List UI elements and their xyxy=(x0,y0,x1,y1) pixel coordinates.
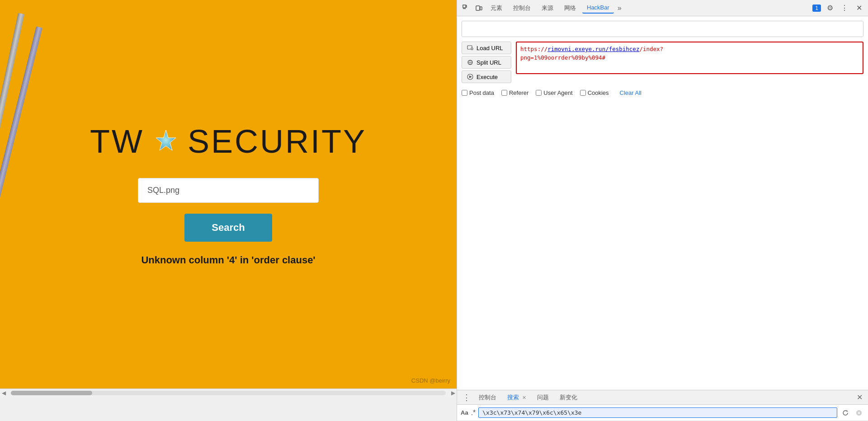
hackbar-buttons: Load URL Split URL Execute xyxy=(462,42,511,83)
post-data-input[interactable] xyxy=(462,90,467,96)
svg-rect-4 xyxy=(476,6,480,10)
search-bar: Aa .* xyxy=(457,405,868,421)
tab-sources[interactable]: 来源 xyxy=(537,2,558,14)
devtools-panel: 元素 控制台 来源 网络 HackBar » 1 ⚙ ⋮ ✕ xyxy=(457,0,868,421)
post-data-label: Post data xyxy=(469,89,494,96)
url-https-prefix: https:// xyxy=(520,46,547,52)
user-agent-input[interactable] xyxy=(536,90,542,96)
search-bar-input[interactable] xyxy=(478,407,837,418)
post-data-checkbox[interactable]: Post data xyxy=(462,89,494,96)
svg-marker-14 xyxy=(847,410,848,412)
hackbar-top-input[interactable] xyxy=(462,21,863,37)
tab-changes-bottom[interactable]: 新变化 xyxy=(555,392,582,403)
devtools-tabbar: 元素 控制台 来源 网络 HackBar » 1 ⚙ ⋮ ✕ xyxy=(457,0,868,16)
close-console-icon[interactable]: ✕ xyxy=(855,393,864,402)
execute-button[interactable]: Execute xyxy=(462,70,511,83)
aa-label: Aa xyxy=(461,409,468,416)
tab-issues-bottom[interactable]: 问题 xyxy=(533,392,553,403)
more-tabs-icon[interactable]: » xyxy=(616,4,623,12)
url-host: rimovni.exeye.run/fesbihcez xyxy=(547,46,639,52)
device-icon[interactable] xyxy=(473,3,484,14)
menu-icon[interactable]: ⋮ xyxy=(839,3,850,14)
referer-checkbox[interactable]: Referer xyxy=(501,89,528,96)
clear-all-link[interactable]: Clear All xyxy=(620,89,642,96)
regex-toggle[interactable]: .* xyxy=(471,409,476,417)
scroll-right-arrow[interactable]: ▶ xyxy=(449,390,457,396)
load-url-label: Load URL xyxy=(476,45,503,51)
hackbar-main-row: Load URL Split URL Execute xyxy=(462,42,863,83)
url-textarea[interactable]: https://rimovni.exeye.run/fesbihcez/inde… xyxy=(516,42,863,74)
site-title: TW SECURITY xyxy=(90,123,367,160)
checkboxes-row: Post data Referer User Agent Cookies Cle… xyxy=(462,87,863,99)
star-icon xyxy=(152,128,179,155)
url-path: /index? xyxy=(639,46,663,52)
refresh-search-icon[interactable] xyxy=(840,407,851,418)
user-agent-checkbox[interactable]: User Agent xyxy=(536,89,572,96)
inspect-icon[interactable] xyxy=(461,3,472,14)
scroll-left-arrow[interactable]: ◀ xyxy=(0,390,7,396)
split-url-button[interactable]: Split URL xyxy=(462,56,511,69)
settings-icon[interactable]: ⚙ xyxy=(825,3,835,14)
notification-badge: 1 xyxy=(812,5,821,12)
tab-hackbar[interactable]: HackBar xyxy=(582,2,614,14)
hackbar-panel: Load URL Split URL Execute xyxy=(457,16,868,390)
search-box-wrapper xyxy=(138,178,319,203)
search-input[interactable] xyxy=(138,178,319,203)
search-tab-close[interactable]: ✕ xyxy=(522,395,526,400)
site-title-left: TW xyxy=(90,123,144,160)
devtools-actions: 1 ⚙ ⋮ ✕ xyxy=(812,3,864,14)
error-message: Unknown column '4' in 'order clause' xyxy=(141,254,315,266)
pencil-2 xyxy=(0,26,42,216)
svg-rect-5 xyxy=(480,7,482,10)
svg-marker-13 xyxy=(469,75,472,78)
cookies-checkbox[interactable]: Cookies xyxy=(580,89,609,96)
user-agent-label: User Agent xyxy=(543,89,572,96)
url-params: png=1%09oorrder%09by%094# xyxy=(520,54,605,61)
watermark: CSDN @beirry xyxy=(411,377,450,384)
tab-search-bottom[interactable]: 搜索 ✕ xyxy=(503,392,531,403)
load-url-button[interactable]: Load URL xyxy=(462,42,511,54)
tab-console-bottom[interactable]: 控制台 xyxy=(474,392,501,403)
clear-search-icon[interactable] xyxy=(854,407,864,418)
browser-scrollbar: ◀ ▶ xyxy=(0,388,457,397)
svg-rect-1 xyxy=(463,5,466,8)
search-button[interactable]: Search xyxy=(184,214,272,242)
console-tabbar: ⋮ 控制台 搜索 ✕ 问题 新变化 ✕ xyxy=(457,390,868,405)
split-url-label: Split URL xyxy=(476,59,501,66)
referer-input[interactable] xyxy=(501,90,507,96)
referer-label: Referer xyxy=(509,89,528,96)
split-url-icon xyxy=(467,59,474,66)
close-devtools-icon[interactable]: ✕ xyxy=(854,3,864,14)
scrollbar-track[interactable] xyxy=(11,391,446,395)
browser-viewport: TW SECURITY xyxy=(0,0,457,388)
cookies-input[interactable] xyxy=(580,90,586,96)
cookies-label: Cookies xyxy=(588,89,609,96)
tab-network[interactable]: 网络 xyxy=(560,2,580,14)
devtools-bottom: ⋮ 控制台 搜索 ✕ 问题 新变化 ✕ Aa .* xyxy=(457,390,868,421)
scrollbar-thumb[interactable] xyxy=(11,391,92,395)
tab-console[interactable]: 控制台 xyxy=(509,2,535,14)
pencils-decoration xyxy=(0,0,118,217)
execute-label: Execute xyxy=(476,74,498,80)
svg-marker-0 xyxy=(156,130,176,150)
load-url-icon xyxy=(467,44,474,51)
site-title-right: SECURITY xyxy=(188,123,367,160)
console-drag-handle[interactable]: ⋮ xyxy=(461,393,472,402)
tab-elements[interactable]: 元素 xyxy=(486,2,507,14)
execute-icon xyxy=(467,73,474,80)
